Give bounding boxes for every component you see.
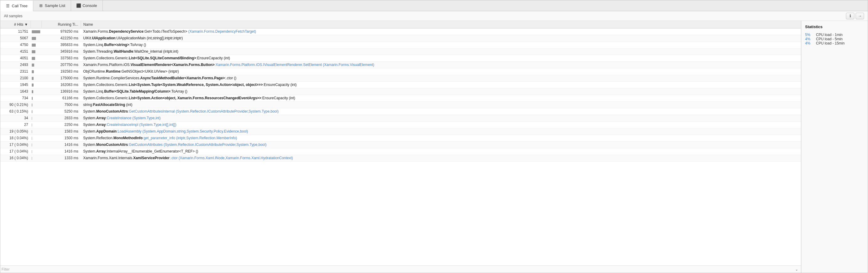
name-mid-part: :EnsureCapacity (int): [196, 56, 230, 60]
table-row[interactable]: 18 ( 0.04%)1500 msSystem.Reflection.Mono…: [0, 135, 801, 141]
name-prefix: System.Linq.: [83, 43, 104, 47]
filter-input[interactable]: [1, 267, 794, 272]
table-row[interactable]: 5067422250 msUIKit.UIApplication:UIAppli…: [0, 35, 801, 41]
name-prefix: Xamarin.Forms.Platform.iOS.: [83, 63, 131, 67]
cell-bar: [31, 155, 41, 161]
table-row[interactable]: 90 ( 0.21%)7500 msstring:FastAllocateStr…: [0, 101, 801, 108]
table-row[interactable]: 4051337583 msSystem.Collections.Generic.…: [0, 55, 801, 61]
cell-running: 192583 ms: [41, 68, 81, 75]
tab-console-label: Console: [83, 3, 97, 8]
table-row[interactable]: 4151345916 msSystem.Threading.WaitHandle…: [0, 48, 801, 55]
name-prefix: System.: [83, 149, 96, 153]
cell-bar: [31, 108, 41, 115]
table-row[interactable]: 17 ( 0.04%)1416 msSystem.MonoCustomAttrs…: [0, 141, 801, 148]
tab-console[interactable]: ⬛ Console: [71, 0, 103, 11]
cell-running: 422250 ms: [41, 35, 81, 41]
table-row[interactable]: 73461166 msSystem.Collections.Generic.Li…: [0, 95, 801, 101]
navigate-icon: →: [858, 13, 862, 18]
tab-sample-list[interactable]: ⊞ Sample List: [33, 0, 71, 11]
col-header-hits[interactable]: # Hits ▼: [0, 21, 31, 28]
name-suffix-part: (Xamarin.Forms.DependencyFetchTarget): [187, 29, 256, 34]
stats-items: 5%CPU load - 1min4%CPU load - 5min4%CPU …: [805, 33, 864, 46]
statistics-panel: Statistics 5%CPU load - 1min4%CPU load -…: [801, 21, 868, 273]
cell-hits: 17 ( 0.04%): [0, 141, 31, 148]
name-mid-part: (int): [125, 102, 132, 107]
cell-name: System.Array:CreateInstance (System.Type…: [81, 115, 801, 121]
cell-hits: 27: [0, 121, 31, 128]
table-row[interactable]: 11751979250 msXamarin.Forms.DependencySe…: [0, 28, 801, 35]
chevron-down-icon[interactable]: ⌄: [794, 266, 800, 272]
name-bold-part: XamlServiceProvider: [133, 156, 169, 160]
cell-hits: 11751: [0, 28, 31, 35]
cell-bar: [31, 128, 41, 135]
cell-running: 175000 ms: [41, 75, 81, 82]
cell-running: 395833 ms: [41, 41, 81, 48]
cell-name: System.MonoCustomAttrs:GetCustomAttribut…: [81, 108, 801, 115]
name-mid-part: :CreateInstance (System.Type,int): [106, 116, 161, 120]
table-row[interactable]: 2100175000 msSystem.Runtime.CompilerServ…: [0, 75, 801, 82]
cell-running: 7500 ms: [41, 101, 81, 108]
name-prefix: System.: [83, 123, 96, 127]
stat-label: CPU load - 5min: [816, 37, 843, 41]
table-container[interactable]: # Hits ▼ Running Ti... Name 11751: [0, 21, 801, 266]
cell-running: 2833 ms: [41, 115, 81, 121]
cell-hits: 1945: [0, 82, 31, 88]
table-row[interactable]: 19 ( 0.05%)1583 msSystem.AppDomain:LoadA…: [0, 128, 801, 135]
name-prefix: System.Threading.: [83, 49, 114, 54]
col-header-running[interactable]: Running Ti...: [41, 21, 81, 28]
name-mid-part: :GetCustomAttributes (System.Reflection.…: [128, 143, 267, 147]
name-prefix: Xamarin.Forms.Xaml.Internals.: [83, 156, 133, 160]
name-mid-part: :GetNSObject<UIKit.UIView> (intptr): [120, 69, 179, 73]
table-row[interactable]: 16 ( 0.04%)1333 msXamarin.Forms.Xaml.Int…: [0, 155, 801, 161]
call-tree-panel: # Hits ▼ Running Ti... Name 11751: [0, 21, 801, 273]
cell-name: System.Runtime.CompilerServices.AsyncTas…: [81, 75, 801, 82]
stat-item: 5%CPU load - 1min: [805, 33, 864, 37]
navigate-button[interactable]: →: [856, 13, 864, 19]
tab-call-tree[interactable]: ☰ Call Tree: [0, 1, 33, 11]
cell-name: System.Array:InternalArray__IEnumerable_…: [81, 148, 801, 155]
cell-name: System.Collections.Generic.List<SQLite.S…: [81, 55, 801, 61]
list-icon: ☰: [6, 4, 10, 8]
table-row[interactable]: 17 ( 0.04%)1416 msSystem.Array:InternalA…: [0, 148, 801, 155]
table-header: # Hits ▼ Running Ti... Name: [0, 21, 801, 28]
info-icon: ℹ: [849, 13, 851, 18]
table-row[interactable]: 63 ( 0.15%)5250 msSystem.MonoCustomAttrs…: [0, 108, 801, 115]
cell-bar: [31, 148, 41, 155]
cell-name: System.Threading.WaitHandle:WaitOne_inte…: [81, 48, 801, 55]
all-samples-label: All samples: [4, 14, 22, 18]
name-bold-part: UIApplication: [92, 36, 115, 40]
cell-hits: 5067: [0, 35, 31, 41]
console-icon: ⬛: [76, 4, 81, 8]
col-header-name[interactable]: Name: [81, 21, 801, 28]
table-row[interactable]: 2311192583 msObjCRuntime.Runtime:GetNSOb…: [0, 68, 801, 75]
info-button[interactable]: ℹ: [846, 13, 855, 19]
cell-bar: [31, 115, 41, 121]
name-bold-part: WaitHandle: [114, 49, 133, 54]
name-bold-part: MonoMethodInfo: [114, 136, 143, 140]
name-mid-part: :.ctor (Xamarin.Forms.Xaml.INode,Xamarin…: [169, 156, 293, 160]
name-mid-part: :WaitOne_internal (intptr,int): [133, 49, 179, 54]
name-bold-part: Runtime: [106, 69, 120, 73]
table-row[interactable]: 1945162083 msSystem.Collections.Generic.…: [0, 82, 801, 88]
cell-bar: [31, 101, 41, 108]
col-header-bar: [31, 21, 41, 28]
table-row[interactable]: 4750395833 msSystem.Linq.Buffer<string>:…: [0, 41, 801, 48]
cell-running: 979250 ms: [41, 28, 81, 35]
name-prefix: System.: [83, 116, 96, 120]
cell-running: 1500 ms: [41, 135, 81, 141]
tab-bar: ☰ Call Tree ⊞ Sample List ⬛ Console: [0, 0, 868, 11]
name-prefix: ObjCRuntime.: [83, 69, 106, 73]
toolbar-actions: ℹ →: [846, 13, 864, 19]
table-row[interactable]: 2493207750 msXamarin.Forms.Platform.iOS.…: [0, 61, 801, 68]
table-row[interactable]: 1643136916 msSystem.Linq.Buffer<SQLite.T…: [0, 88, 801, 95]
statistics-title: Statistics: [805, 25, 864, 29]
table-row[interactable]: 272250 msSystem.Array:CreateInstanceImpl…: [0, 121, 801, 128]
cell-bar: [31, 61, 41, 68]
cell-name: System.MonoCustomAttrs:GetCustomAttribut…: [81, 141, 801, 148]
name-mid-part: :InternalArray__IEnumerable_GetEnumerato…: [106, 149, 198, 153]
cell-hits: 90 ( 0.21%): [0, 101, 31, 108]
table-row[interactable]: 342833 msSystem.Array:CreateInstance (Sy…: [0, 115, 801, 121]
toolbar: All samples ℹ →: [0, 11, 868, 21]
call-tree-table: # Hits ▼ Running Ti... Name 11751: [0, 21, 801, 162]
content-area: # Hits ▼ Running Ti... Name 11751: [0, 21, 868, 273]
